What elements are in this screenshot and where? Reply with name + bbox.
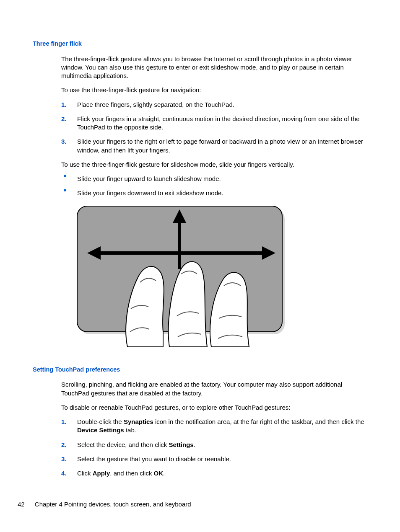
step-text: Flick your fingers in a straight, contin… xyxy=(77,115,367,132)
step-text: Select the gesture that you want to disa… xyxy=(77,455,367,463)
step-text: Click Apply, and then click OK. xyxy=(77,469,367,478)
section1-content: The three-finger-flick gesture allows yo… xyxy=(61,55,367,349)
document-page: Three finger flick The three-finger-flic… xyxy=(0,0,400,478)
section1-bullets: Slide your finger upward to launch slide… xyxy=(61,175,367,198)
section1-lead2: To use the three-finger-flick gesture fo… xyxy=(61,160,367,169)
step-text: Double-click the Synaptics icon in the n… xyxy=(77,418,367,435)
step-number: 2. xyxy=(61,115,77,123)
section1-lead1: To use the three-finger-flick gesture fo… xyxy=(61,86,367,94)
list-item: 1. Place three fingers, slightly separat… xyxy=(61,101,367,109)
page-number: 42 xyxy=(18,500,25,509)
bullet-text: Slide your fingers downward to exit slid… xyxy=(77,189,223,197)
step-number: 3. xyxy=(61,455,77,463)
step-number: 1. xyxy=(61,418,77,426)
section1-intro: The three-finger-flick gesture allows yo… xyxy=(61,55,367,80)
list-item: 1. Double-click the Synaptics icon in th… xyxy=(61,418,367,435)
touchpad-gesture-icon xyxy=(77,206,285,347)
step-text: Select the device, and then click Settin… xyxy=(77,441,367,449)
list-item: 2. Flick your fingers in a straight, con… xyxy=(61,115,367,132)
step-text: Slide your fingers to the right or left … xyxy=(77,137,367,155)
heading-three-finger-flick: Three finger flick xyxy=(33,40,367,48)
section1-steps: 1. Place three fingers, slightly separat… xyxy=(61,101,367,155)
list-item: Slide your fingers downward to exit slid… xyxy=(61,189,367,197)
step-number: 2. xyxy=(61,441,77,449)
list-item: 3. Slide your fingers to the right or le… xyxy=(61,137,367,155)
section2-intro: Scrolling, pinching, and flicking are en… xyxy=(61,380,367,398)
step-text: Place three fingers, slightly separated,… xyxy=(77,101,367,109)
chapter-title: Chapter 4 Pointing devices, touch screen… xyxy=(35,501,191,508)
bullet-icon xyxy=(61,189,77,191)
page-footer: 42 Chapter 4 Pointing devices, touch scr… xyxy=(18,500,191,509)
step-number: 4. xyxy=(61,469,77,478)
bullet-text: Slide your finger upward to launch slide… xyxy=(77,175,221,183)
touchpad-illustration xyxy=(77,206,367,349)
step-number: 3. xyxy=(61,137,77,146)
list-item: 2. Select the device, and then click Set… xyxy=(61,441,367,449)
bullet-icon xyxy=(61,175,77,177)
heading-setting-touchpad-prefs: Setting TouchPad preferences xyxy=(33,366,367,374)
section2-steps: 1. Double-click the Synaptics icon in th… xyxy=(61,418,367,478)
step-number: 1. xyxy=(61,101,77,109)
list-item: 3. Select the gesture that you want to d… xyxy=(61,455,367,463)
section2-content: Scrolling, pinching, and flicking are en… xyxy=(61,380,367,478)
list-item: 4. Click Apply, and then click OK. xyxy=(61,469,367,478)
list-item: Slide your finger upward to launch slide… xyxy=(61,175,367,183)
section2-lead: To disable or reenable TouchPad gestures… xyxy=(61,403,367,412)
